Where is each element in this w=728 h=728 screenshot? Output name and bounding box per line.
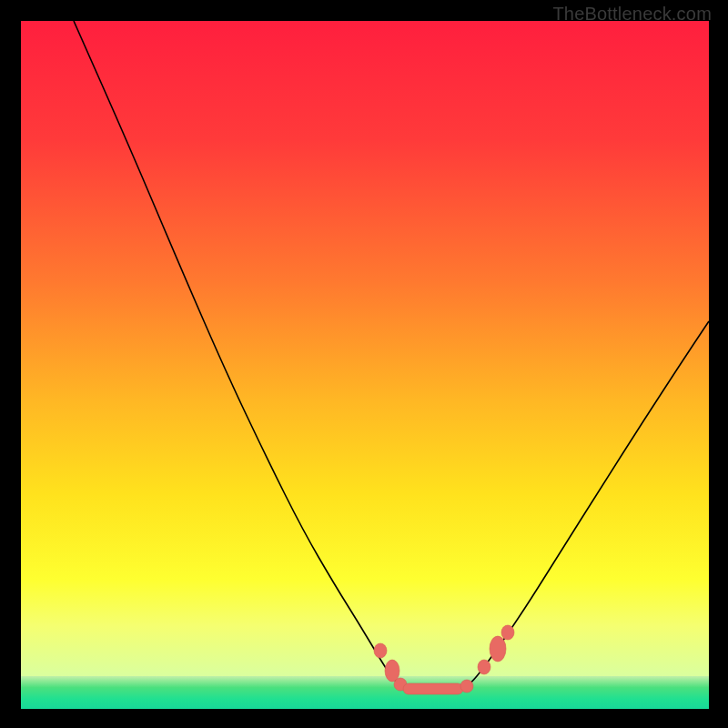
right-curve: [464, 321, 709, 689]
curve-overlay: [21, 21, 709, 709]
data-marker: [490, 636, 506, 662]
data-marker: [501, 625, 514, 640]
data-marker: [385, 660, 399, 682]
plot-area: [21, 21, 709, 709]
data-marker: [460, 680, 473, 693]
data-marker: [478, 660, 490, 674]
data-marker: [374, 643, 387, 658]
data-marker: [403, 683, 463, 694]
left-curve: [74, 21, 403, 689]
chart-stage: TheBottleneck.com: [0, 0, 728, 728]
marker-group: [374, 625, 514, 694]
watermark-text: TheBottleneck.com: [552, 4, 712, 25]
